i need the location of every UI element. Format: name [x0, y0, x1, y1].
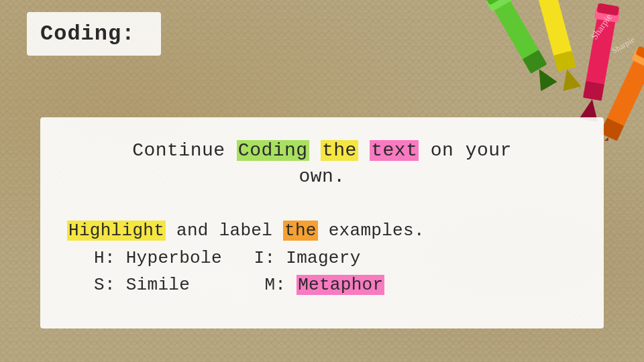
svg-rect-5: [535, 0, 573, 59]
page-title: Coding:: [40, 21, 135, 46]
svg-text:Sharpie: Sharpie: [610, 35, 637, 55]
highlight-line2: H: Hyperbole I: Imagery: [67, 245, 577, 272]
svg-rect-11: [583, 81, 604, 101]
highlight-section: Highlight and label the examples. H: Hyp…: [67, 217, 577, 298]
background: Coding:: [0, 0, 644, 362]
continue-coding-text: Continue Coding the text on your own.: [67, 137, 577, 190]
divider: [67, 203, 577, 204]
title-card: Coding:: [27, 12, 161, 56]
highlight-line1: Highlight and label the examples.: [67, 217, 577, 244]
continue-line1: Continue Coding the text on your: [132, 140, 512, 161]
continue-line2: own.: [299, 166, 345, 187]
main-card: Continue Coding the text on your own. Hi…: [40, 117, 604, 328]
highlight-line3: S: Simile M: Metaphor: [67, 272, 577, 298]
